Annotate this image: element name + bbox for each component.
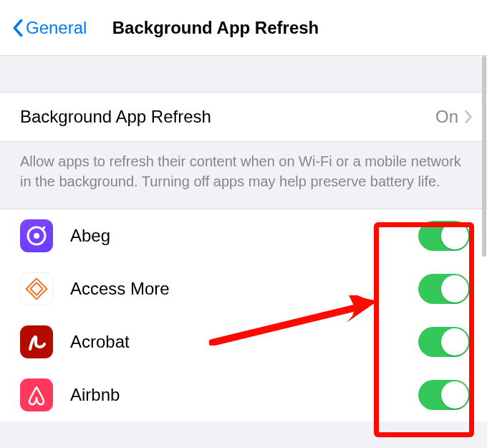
cell-title: Background App Refresh bbox=[20, 107, 435, 127]
toggle-airbnb[interactable] bbox=[418, 380, 470, 410]
svg-point-1 bbox=[34, 233, 39, 239]
navigation-bar: General Background App Refresh bbox=[0, 0, 487, 56]
airbnb-icon bbox=[20, 378, 53, 411]
app-name-label: Airbnb bbox=[70, 385, 418, 405]
toggle-abeg[interactable] bbox=[418, 221, 470, 251]
scrollbar[interactable] bbox=[482, 56, 486, 257]
app-row-access-more: Access More bbox=[0, 262, 487, 315]
svg-marker-3 bbox=[26, 279, 47, 300]
app-name-label: Abeg bbox=[70, 226, 418, 246]
back-label: General bbox=[26, 18, 87, 38]
chevron-left-icon bbox=[11, 17, 24, 39]
abeg-icon bbox=[20, 219, 53, 252]
app-row-acrobat: Acrobat bbox=[0, 315, 487, 368]
chevron-right-icon bbox=[464, 109, 474, 125]
app-row-airbnb: Airbnb bbox=[0, 368, 487, 421]
app-row-abeg: Abeg bbox=[0, 209, 487, 262]
cell-value: On bbox=[435, 107, 458, 127]
section-footer: Allow apps to refresh their content when… bbox=[0, 142, 487, 209]
app-name-label: Acrobat bbox=[70, 332, 418, 352]
acrobat-icon bbox=[20, 325, 53, 358]
svg-line-2 bbox=[42, 227, 44, 229]
back-button[interactable]: General bbox=[11, 17, 87, 39]
app-name-label: Access More bbox=[70, 279, 418, 299]
background-app-refresh-cell[interactable]: Background App Refresh On bbox=[0, 92, 487, 141]
app-list: Abeg Access More bbox=[0, 209, 487, 421]
toggle-acrobat[interactable] bbox=[418, 327, 470, 357]
toggle-access-more[interactable] bbox=[418, 274, 470, 304]
access-more-icon bbox=[20, 272, 53, 305]
master-setting-group: Background App Refresh On bbox=[0, 92, 487, 142]
